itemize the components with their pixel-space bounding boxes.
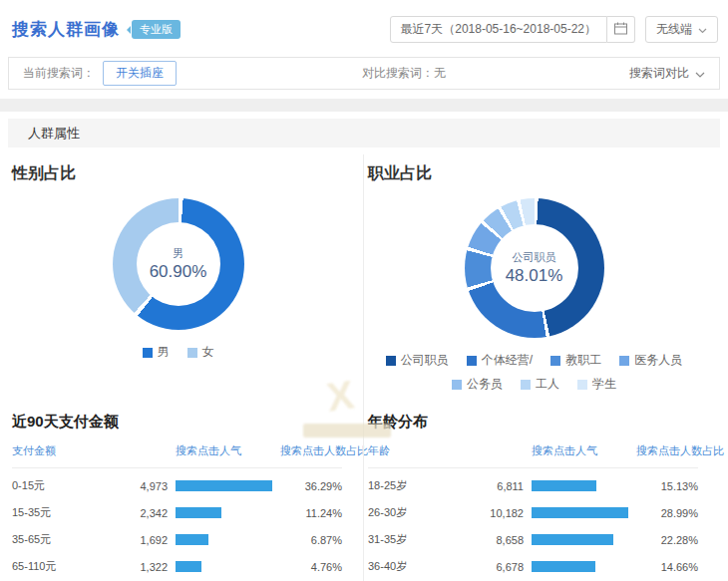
payment-table-body: 0-15元4,97336.29%15-35元2,34211.24%35-65元1… [12, 468, 342, 581]
gender-donut: 男 60.90% [113, 198, 244, 330]
current-keyword-button[interactable]: 开关插座 [103, 61, 177, 86]
row-popularity-value: 2,342 [120, 507, 168, 519]
compare-keyword-text: 对比搜索词：无 [362, 65, 629, 82]
row-share-value: 36.29% [280, 480, 342, 492]
table-row: 36-40岁6,67814.66% [368, 553, 698, 580]
column-header: 搜索点击人数占比 [636, 443, 704, 458]
tables-row: 近90天支付金额 支付金额搜索点击人气搜索点击人数占比 0-15元4,97336… [0, 393, 728, 581]
calendar-icon [614, 22, 627, 38]
top-controls: 最近7天（2018-05-16~2018-05-22） 无线端 [390, 16, 718, 43]
bar-cell [532, 507, 628, 518]
row-share-value: 11.24% [280, 507, 342, 519]
section-header: 人群属性 [8, 119, 720, 147]
table-row: 18-25岁6,81115.13% [368, 468, 698, 499]
popularity-bar [532, 507, 628, 518]
legend-item[interactable]: 学生 [577, 376, 616, 393]
legend-label: 工人 [536, 376, 559, 393]
charts-row: 性别占比 男 60.90% 男女 职业占比 公司职员 48.01% [0, 147, 728, 393]
legend-label: 教职工 [565, 352, 601, 369]
legend-label: 男 [158, 344, 170, 361]
legend-label: 女 [202, 344, 214, 361]
gender-legend: 男女 [12, 344, 344, 361]
row-share-value: 22.28% [636, 534, 698, 546]
row-share-value: 6.87% [280, 534, 342, 546]
gender-chart-title: 性别占比 [12, 163, 344, 184]
legend-swatch [386, 356, 396, 366]
table-row: 35-65元1,6926.87% [12, 526, 342, 553]
row-label: 18-25岁 [368, 478, 468, 493]
row-popularity-value: 10,182 [476, 507, 524, 519]
bar-cell [176, 480, 272, 491]
legend-item[interactable]: 公务员 [452, 376, 503, 393]
row-label: 65-110元 [12, 559, 112, 574]
keyword-compare-label: 搜索词对比 [629, 65, 689, 82]
popularity-bar [532, 561, 595, 572]
legend-item[interactable]: 个体经营/ [467, 352, 533, 369]
row-popularity-value: 6,678 [476, 561, 524, 573]
popularity-bar [532, 480, 596, 491]
gender-chart-panel: 性别占比 男 60.90% 男女 [0, 147, 356, 393]
legend-swatch [187, 348, 197, 358]
calendar-button[interactable] [607, 16, 635, 43]
table-row: 0-15元4,97336.29% [12, 468, 342, 499]
row-label: 35-65元 [12, 532, 112, 547]
legend-item[interactable]: 医务人员 [619, 352, 682, 369]
legend-swatch [143, 348, 153, 358]
chevron-down-icon [695, 67, 705, 81]
column-header: 支付金额 [12, 443, 112, 458]
keyword-compare-toggle[interactable]: 搜索词对比 [629, 65, 705, 82]
legend-row: 公务员工人学生 [452, 376, 616, 393]
row-label: 26-30岁 [368, 505, 468, 520]
legend-item[interactable]: 教职工 [550, 352, 601, 369]
legend-item[interactable]: 女 [187, 344, 214, 361]
column-header: 搜索点击人数占比 [280, 443, 348, 458]
device-dropdown[interactable]: 无线端 [645, 16, 718, 43]
legend-swatch [452, 380, 462, 390]
row-share-value: 15.13% [636, 480, 698, 492]
age-table-title: 年龄分布 [368, 413, 698, 432]
row-popularity-value: 1,692 [120, 534, 168, 546]
row-popularity-value: 1,322 [120, 561, 168, 573]
popularity-bar [176, 561, 201, 572]
legend-item[interactable]: 公司职员 [386, 352, 449, 369]
chevron-down-icon [698, 23, 707, 37]
row-label: 0-15元 [12, 478, 112, 493]
row-popularity-value: 8,658 [476, 534, 524, 546]
date-range-group: 最近7天（2018-05-16~2018-05-22） [390, 16, 635, 43]
gender-center-label: 男 [173, 246, 183, 261]
legend-row: 男女 [143, 344, 214, 361]
table-row: 26-30岁10,18228.99% [368, 499, 698, 526]
payment-table-header: 支付金额搜索点击人气搜索点击人数占比 [12, 443, 342, 468]
payment-table-title: 近90天支付金额 [12, 413, 342, 432]
filter-bar: 当前搜索词： 开关插座 对比搜索词：无 搜索词对比 [8, 57, 720, 90]
legend-label: 个体经营/ [482, 352, 533, 369]
row-share-value: 28.99% [636, 507, 698, 519]
column-header: 搜索点击人气 [532, 443, 628, 458]
table-row: 65-110元1,3224.76% [12, 553, 342, 580]
version-badge: 专业版 [132, 20, 181, 39]
legend-item[interactable]: 男 [143, 344, 170, 361]
current-keyword-label: 当前搜索词： [23, 65, 95, 82]
column-header: 年龄 [368, 443, 468, 458]
legend-label: 学生 [592, 376, 616, 393]
row-share-value: 14.66% [636, 561, 698, 573]
bar-cell [532, 561, 628, 572]
row-label: 36-40岁 [368, 559, 468, 574]
occupation-center-label: 公司职员 [513, 250, 556, 265]
row-label: 31-35岁 [368, 532, 468, 547]
legend-swatch [619, 356, 629, 366]
payment-table-panel: 近90天支付金额 支付金额搜索点击人气搜索点击人数占比 0-15元4,97336… [0, 393, 356, 581]
date-range-button[interactable]: 最近7天（2018-05-16~2018-05-22） [390, 16, 607, 43]
legend-swatch [521, 380, 531, 390]
legend-item[interactable]: 工人 [521, 376, 559, 393]
legend-swatch [577, 380, 587, 390]
bar-cell [176, 534, 272, 545]
vertical-divider [363, 154, 364, 581]
legend-label: 医务人员 [634, 352, 682, 369]
separator-band [0, 99, 728, 112]
occupation-legend: 公司职员个体经营/教职工医务人员公务员工人学生 [368, 352, 700, 393]
gender-center-value: 60.90% [150, 262, 207, 282]
occupation-chart-title: 职业占比 [368, 163, 700, 184]
occupation-chart-panel: 职业占比 公司职员 48.01% 公司职员个体经营/教职工医务人员公务员工人学生 [356, 147, 712, 393]
popularity-bar [176, 534, 208, 545]
